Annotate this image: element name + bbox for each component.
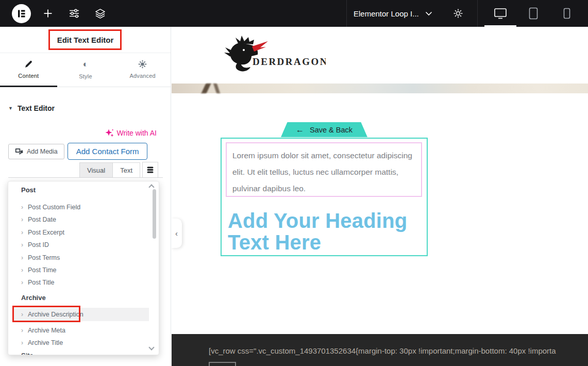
dropdown-item-post-excerpt[interactable]: ›Post Excerpt — [21, 227, 64, 238]
dropdown-item-post-title[interactable]: ›Post Title — [21, 277, 54, 288]
chevron-right-icon: › — [21, 204, 23, 210]
layers-icon — [94, 8, 106, 20]
save-and-back-button[interactable]: ← Save & Back — [281, 122, 367, 137]
dropdown-item-post-terms[interactable]: ›Post Terms — [21, 253, 60, 263]
chevron-right-icon: › — [21, 229, 23, 236]
text-editor-widget[interactable]: Lorem ipsum dolor sit amet, consectetur … — [226, 142, 422, 197]
tab-visual-label: Visual — [87, 167, 105, 174]
elementor-editor: Elementor Loop I... Edit Text Editor Con… — [0, 0, 588, 366]
section-title: Text Editor — [18, 104, 55, 112]
dropdown-group-post: Post — [21, 186, 36, 196]
editor-action-buttons: Add Media Add Contact Form — [8, 143, 147, 160]
desktop-icon — [494, 7, 507, 20]
device-tablet-button[interactable] — [517, 0, 549, 27]
add-element-button[interactable] — [37, 0, 59, 27]
add-media-label: Add Media — [27, 148, 58, 155]
chevron-right-icon: › — [21, 340, 23, 346]
chevron-right-icon: › — [21, 327, 23, 334]
chevron-right-icon: › — [21, 242, 23, 248]
wysiwyg-tabs: Visual Text — [79, 162, 158, 178]
chevron-down-icon — [425, 11, 432, 16]
footer-section: [vc_row css=".vc_custom_1493701352634{ma… — [172, 334, 588, 366]
panel-tabs: Content ◐ Style Advanced — [0, 53, 171, 87]
widget-container[interactable]: Lorem ipsum dolor sit amet, consectetur … — [221, 138, 428, 256]
header-image-strip — [172, 84, 588, 93]
save-and-back-label: Save & Back — [310, 126, 352, 134]
plus-icon — [43, 8, 53, 19]
dropdown-item-post-date[interactable]: ›Post Date — [21, 214, 56, 225]
chevron-right-icon: › — [21, 217, 23, 223]
dropdown-item-archive-title[interactable]: ›Archive Title — [21, 338, 63, 348]
dynamic-tags-button[interactable] — [142, 162, 158, 178]
site-logo-text: DERDRAGON — [253, 56, 326, 67]
top-bar: Elementor Loop I... — [0, 0, 588, 27]
scroll-down-icon[interactable] — [148, 344, 154, 350]
back-arrow-icon: ← — [296, 125, 304, 135]
topbar-separator — [346, 0, 347, 27]
image-detail — [213, 84, 220, 93]
caret-down-icon: ▼ — [8, 106, 13, 111]
dropdown-group-site: Site — [21, 352, 33, 355]
add-contact-form-button[interactable]: Add Contact Form — [68, 143, 148, 160]
elementor-logo-icon — [12, 4, 31, 23]
panel-collapse-handle[interactable]: ‹ — [172, 219, 182, 248]
device-desktop-button[interactable] — [484, 0, 516, 27]
dropdown-item-post-time[interactable]: ›Post Time — [21, 265, 57, 275]
write-with-ai-label: Write with AI — [116, 129, 157, 137]
image-detail — [201, 84, 211, 93]
tablet-icon — [529, 7, 538, 20]
ai-sparkle-icon — [105, 128, 114, 137]
dynamic-tags-dropdown: Post ›Post Custom Field ›Post Date ›Post… — [8, 181, 159, 355]
partial-button-outline — [209, 362, 236, 366]
shortcode-text: [vc_row css=".vc_custom_1493701352634{ma… — [209, 346, 556, 355]
structure-button[interactable] — [89, 0, 111, 27]
tab-visual[interactable]: Visual — [79, 162, 113, 178]
editor-panel: Edit Text Editor Content ◐ Style Advance… — [0, 27, 171, 366]
add-media-button[interactable]: Add Media — [8, 144, 64, 159]
chevron-right-icon: › — [21, 311, 23, 318]
editor-border — [8, 177, 163, 178]
dropdown-item-post-custom-field[interactable]: ›Post Custom Field — [21, 202, 80, 212]
contrast-icon: ◐ — [83, 60, 88, 69]
pencil-icon — [24, 60, 33, 69]
panel-title: Edit Text Editor — [57, 36, 114, 44]
chevron-right-icon: › — [21, 279, 23, 286]
tab-style[interactable]: ◐ Style — [57, 53, 114, 87]
text-editor-section-toggle[interactable]: ▼ Text Editor — [8, 104, 55, 112]
panel-header: Edit Text Editor — [0, 27, 171, 53]
dropdown-group-archive: Archive — [21, 294, 46, 304]
device-mobile-button[interactable] — [551, 0, 583, 27]
document-name: Elementor Loop I... — [354, 9, 419, 18]
elementor-menu-button[interactable] — [10, 0, 32, 27]
database-icon — [146, 166, 154, 174]
add-contact-form-label: Add Contact Form — [76, 147, 139, 156]
media-icon — [15, 148, 23, 155]
topbar-separator — [477, 0, 478, 27]
chevron-left-icon: ‹ — [175, 229, 178, 238]
document-settings-button[interactable] — [447, 0, 469, 27]
heading-widget[interactable]: Add Your Heading Text Here — [228, 210, 419, 253]
chevron-right-icon: › — [21, 255, 23, 261]
dropdown-item-archive-meta[interactable]: ›Archive Meta — [21, 325, 65, 336]
tab-content[interactable]: Content — [0, 53, 57, 87]
site-logo: DERDRAGON — [223, 34, 326, 73]
site-settings-button[interactable] — [63, 0, 86, 27]
tab-advanced[interactable]: Advanced — [114, 53, 171, 87]
chevron-right-icon: › — [21, 267, 23, 273]
preview-canvas: DERDRAGON ← Save & Back Lorem ipsum dolo… — [172, 27, 588, 366]
dropdown-scrollbar[interactable] — [153, 189, 156, 239]
gear-icon — [138, 60, 147, 69]
document-switcher[interactable]: Elementor Loop I... — [354, 0, 432, 27]
tab-style-label: Style — [79, 73, 92, 79]
gear-icon — [452, 8, 464, 19]
tab-text-label: Text — [120, 167, 132, 174]
paragraph-text: Lorem ipsum dolor sit amet, consectetur … — [232, 147, 415, 197]
mobile-icon — [563, 8, 570, 19]
dropdown-item-post-id[interactable]: ›Post ID — [21, 240, 49, 250]
tab-content-label: Content — [18, 73, 39, 79]
write-with-ai-link[interactable]: Write with AI — [105, 128, 157, 137]
sliders-icon — [69, 8, 80, 19]
dropdown-item-archive-description[interactable]: ›Archive Description — [21, 309, 83, 320]
tab-advanced-label: Advanced — [129, 73, 156, 79]
tab-text[interactable]: Text — [113, 162, 140, 178]
